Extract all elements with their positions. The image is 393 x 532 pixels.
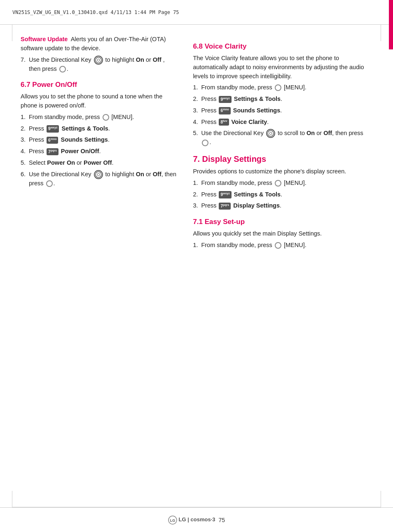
step-68-5: 5. Use the Directional Key to scroll to … bbox=[193, 129, 372, 147]
key-6-badge-673: 6mno bbox=[47, 137, 58, 144]
page-number: 75 bbox=[218, 517, 225, 523]
step-67-3-content: Press 6mno Sounds Settings. bbox=[29, 135, 176, 145]
step-68-4: 4. Press 8tuv Voice Clarity. bbox=[193, 118, 372, 127]
step-68-5-content: Use the Directional Key to scroll to On … bbox=[201, 129, 372, 147]
svg-point-1 bbox=[97, 59, 100, 61]
svg-point-3 bbox=[97, 173, 100, 176]
section-67-desc: Allows you to set the phone to sound a t… bbox=[21, 92, 176, 110]
step-67-6: 6. Use the Directional Key to highlight … bbox=[21, 170, 176, 188]
step-68-5-num: 5. bbox=[193, 129, 201, 138]
item7-content: Use the Directional Key to highlight On … bbox=[29, 56, 176, 74]
item7-num: 7. bbox=[21, 56, 29, 65]
step-67-3-num: 3. bbox=[21, 135, 29, 145]
main-content: Software Update Alerts you of an Over-Th… bbox=[0, 27, 393, 505]
step-67-5-content: Select Power On or Power Off. bbox=[29, 159, 176, 168]
step-71-1: 1. From standby mode, press [MENU]. bbox=[193, 241, 372, 250]
step-67-6-num: 6. bbox=[21, 170, 29, 179]
item7-off: Off bbox=[153, 56, 161, 63]
right-column: 6.8 Voice Clarity The Voice Clarity feat… bbox=[185, 27, 393, 505]
directional-key-icon-685 bbox=[266, 129, 275, 138]
menu-circle-icon-681 bbox=[275, 84, 281, 91]
section-68-desc: The Voice Clarity feature allows you to … bbox=[193, 54, 372, 81]
step-7-1-content: From standby mode, press [MENU]. bbox=[201, 179, 372, 188]
step-68-4-num: 4. bbox=[193, 118, 201, 127]
step-68-2-num: 2. bbox=[193, 95, 201, 104]
step-7-1: 1. From standby mode, press [MENU]. bbox=[193, 179, 372, 188]
off-685: Off bbox=[323, 130, 332, 136]
svg-point-0 bbox=[96, 57, 101, 63]
step-7-3-content: Press 7pqrs Display Settings. bbox=[201, 201, 372, 210]
step-67-6-content: Use the Directional Key to highlight On … bbox=[29, 170, 176, 188]
power-onoff-674: Power On/Off bbox=[61, 148, 99, 154]
sounds-settings-673: Sounds Settings bbox=[61, 136, 108, 143]
key-7-badge-73: 7pqrs bbox=[219, 203, 231, 210]
item7-text-pre: Use the Directional Key bbox=[29, 56, 91, 63]
header-text: VN251S_VZW_UG_EN_V1.0_130410.qxd 4/11/13… bbox=[12, 9, 179, 15]
software-update-label: Software Update bbox=[21, 36, 68, 42]
step-7-3: 3. Press 7pqrs Display Settings. bbox=[193, 201, 372, 210]
page-footer: LG LG | cosmos·3 75 bbox=[0, 507, 393, 532]
settings-tools-672: Settings & Tools bbox=[61, 125, 108, 132]
section-67-title: 6.7 Power On/Off bbox=[21, 81, 176, 89]
section-71-desc: Allows you quickly set the main Display … bbox=[193, 229, 372, 238]
step-68-1: 1. From standby mode, press [MENU]. bbox=[193, 83, 372, 92]
step-68-1-num: 1. bbox=[193, 83, 201, 92]
step-7-2: 2. Press 9wxyz Settings & Tools. bbox=[193, 190, 372, 199]
key-7-badge-674: 7pqrs bbox=[47, 148, 58, 155]
ok-button-icon-7 bbox=[59, 66, 66, 72]
svg-point-2 bbox=[96, 172, 101, 177]
step-7-2-content: Press 9wxyz Settings & Tools. bbox=[201, 190, 372, 199]
key-9-badge-682: 9wxyz bbox=[219, 96, 231, 103]
step-7-3-num: 3. bbox=[193, 201, 201, 210]
ok-button-icon-685 bbox=[202, 140, 208, 146]
item7-or: or bbox=[146, 56, 153, 63]
section-68-title: 6.8 Voice Clarity bbox=[193, 42, 372, 51]
step-68-2-content: Press 9wxyz Settings & Tools. bbox=[201, 95, 372, 104]
item7-on: On bbox=[136, 56, 144, 63]
display-settings-73: Display Settings bbox=[233, 202, 280, 209]
menu-circle-icon-711 bbox=[275, 242, 281, 249]
menu-circle-icon-671 bbox=[103, 114, 109, 121]
svg-point-5 bbox=[269, 132, 272, 135]
key-6-badge-683: 6mno bbox=[219, 107, 230, 114]
step-67-3: 3. Press 6mno Sounds Settings. bbox=[21, 135, 176, 145]
settings-tools-72: Settings & Tools bbox=[234, 191, 281, 198]
power-off-675: Power Off bbox=[84, 159, 112, 166]
svg-text:LG: LG bbox=[170, 518, 175, 523]
step-67-4: 4. Press 7pqrs Power On/Off. bbox=[21, 147, 176, 156]
step-67-2: 2. Press 9wxyz Settings & Tools. bbox=[21, 124, 176, 133]
item-7: 7. Use the Directional Key to highlight … bbox=[21, 56, 176, 74]
on-676: On bbox=[136, 171, 144, 177]
step-67-4-num: 4. bbox=[21, 147, 29, 156]
voice-clarity-684: Voice Clarity bbox=[232, 119, 267, 125]
directional-key-icon-7 bbox=[94, 56, 103, 65]
item7-text-post: to highlight bbox=[105, 56, 136, 63]
sounds-settings-683: Sounds Settings bbox=[233, 107, 280, 114]
step-67-5-num: 5. bbox=[21, 159, 29, 168]
step-7-1-num: 1. bbox=[193, 179, 201, 188]
step-67-1-content: From standby mode, press [MENU]. bbox=[29, 113, 176, 122]
power-on-675: Power On bbox=[47, 159, 75, 166]
step-67-5: 5. Select Power On or Power Off. bbox=[21, 159, 176, 168]
step-67-4-content: Press 7pqrs Power On/Off. bbox=[29, 147, 176, 156]
section-71-title: 7.1 Easy Set-up bbox=[193, 218, 372, 226]
step-67-1-num: 1. bbox=[21, 113, 29, 122]
settings-tools-682: Settings & Tools bbox=[234, 96, 281, 102]
step-68-3: 3. Press 6mno Sounds Settings. bbox=[193, 106, 372, 115]
ok-button-icon-676 bbox=[46, 180, 53, 187]
step-68-4-content: Press 8tuv Voice Clarity. bbox=[201, 118, 372, 127]
step-68-3-content: Press 6mno Sounds Settings. bbox=[201, 106, 372, 115]
svg-point-4 bbox=[268, 131, 274, 136]
step-67-2-content: Press 9wxyz Settings & Tools. bbox=[29, 124, 176, 133]
left-column: Software Update Alerts you of an Over-Th… bbox=[0, 27, 185, 505]
footer-content: LG LG | cosmos·3 75 bbox=[168, 516, 225, 525]
software-update-paragraph: Software Update Alerts you of an Over-Th… bbox=[21, 35, 176, 53]
off-676: Off bbox=[153, 171, 161, 177]
step-67-2-num: 2. bbox=[21, 124, 29, 133]
menu-circle-icon-71 bbox=[275, 180, 281, 187]
directional-key-icon-676 bbox=[94, 170, 103, 179]
step-71-1-num: 1. bbox=[193, 241, 201, 250]
key-9-badge-72: 9wxyz bbox=[219, 191, 231, 198]
step-7-2-num: 2. bbox=[193, 190, 201, 199]
step-68-3-num: 3. bbox=[193, 106, 201, 115]
